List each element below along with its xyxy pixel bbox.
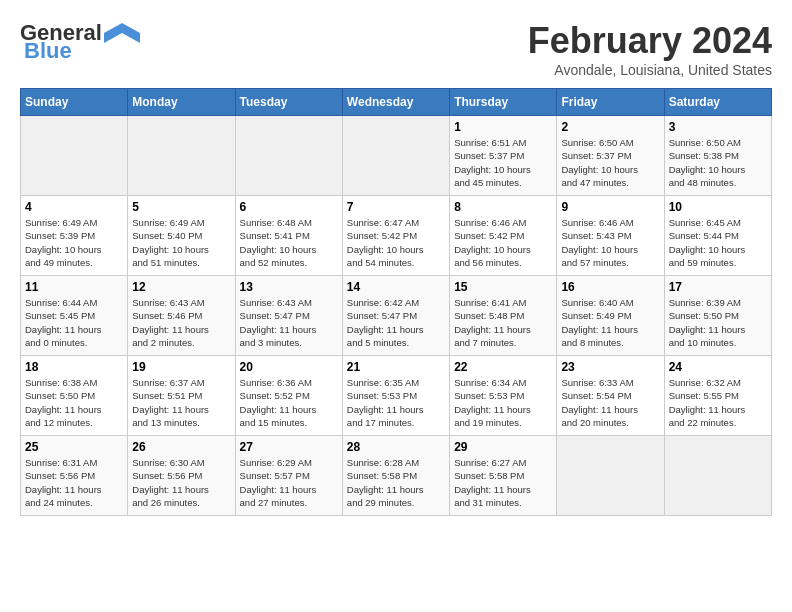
day-number: 19 bbox=[132, 360, 230, 374]
svg-marker-0 bbox=[104, 23, 140, 43]
calendar-cell-w4-d1: 19Sunrise: 6:37 AM Sunset: 5:51 PM Dayli… bbox=[128, 356, 235, 436]
col-tuesday: Tuesday bbox=[235, 89, 342, 116]
calendar-cell-w4-d5: 23Sunrise: 6:33 AM Sunset: 5:54 PM Dayli… bbox=[557, 356, 664, 436]
day-number: 20 bbox=[240, 360, 338, 374]
day-number: 25 bbox=[25, 440, 123, 454]
day-number: 18 bbox=[25, 360, 123, 374]
logo: General Blue bbox=[20, 20, 140, 64]
day-info: Sunrise: 6:37 AM Sunset: 5:51 PM Dayligh… bbox=[132, 376, 230, 429]
calendar-cell-w3-d2: 13Sunrise: 6:43 AM Sunset: 5:47 PM Dayli… bbox=[235, 276, 342, 356]
logo-blue: Blue bbox=[20, 38, 72, 64]
day-info: Sunrise: 6:38 AM Sunset: 5:50 PM Dayligh… bbox=[25, 376, 123, 429]
calendar-cell-w2-d3: 7Sunrise: 6:47 AM Sunset: 5:42 PM Daylig… bbox=[342, 196, 449, 276]
calendar-cell-w5-d6 bbox=[664, 436, 771, 516]
week-row-3: 11Sunrise: 6:44 AM Sunset: 5:45 PM Dayli… bbox=[21, 276, 772, 356]
day-number: 1 bbox=[454, 120, 552, 134]
day-number: 2 bbox=[561, 120, 659, 134]
week-row-4: 18Sunrise: 6:38 AM Sunset: 5:50 PM Dayli… bbox=[21, 356, 772, 436]
calendar-cell-w5-d4: 29Sunrise: 6:27 AM Sunset: 5:58 PM Dayli… bbox=[450, 436, 557, 516]
day-info: Sunrise: 6:43 AM Sunset: 5:47 PM Dayligh… bbox=[240, 296, 338, 349]
day-info: Sunrise: 6:27 AM Sunset: 5:58 PM Dayligh… bbox=[454, 456, 552, 509]
day-number: 10 bbox=[669, 200, 767, 214]
day-info: Sunrise: 6:51 AM Sunset: 5:37 PM Dayligh… bbox=[454, 136, 552, 189]
day-info: Sunrise: 6:39 AM Sunset: 5:50 PM Dayligh… bbox=[669, 296, 767, 349]
day-info: Sunrise: 6:34 AM Sunset: 5:53 PM Dayligh… bbox=[454, 376, 552, 429]
calendar-cell-w5-d3: 28Sunrise: 6:28 AM Sunset: 5:58 PM Dayli… bbox=[342, 436, 449, 516]
day-info: Sunrise: 6:50 AM Sunset: 5:38 PM Dayligh… bbox=[669, 136, 767, 189]
week-row-1: 1Sunrise: 6:51 AM Sunset: 5:37 PM Daylig… bbox=[21, 116, 772, 196]
calendar-cell-w1-d4: 1Sunrise: 6:51 AM Sunset: 5:37 PM Daylig… bbox=[450, 116, 557, 196]
calendar-cell-w2-d2: 6Sunrise: 6:48 AM Sunset: 5:41 PM Daylig… bbox=[235, 196, 342, 276]
day-number: 22 bbox=[454, 360, 552, 374]
day-number: 9 bbox=[561, 200, 659, 214]
location-subtitle: Avondale, Louisiana, United States bbox=[528, 62, 772, 78]
day-info: Sunrise: 6:47 AM Sunset: 5:42 PM Dayligh… bbox=[347, 216, 445, 269]
day-info: Sunrise: 6:35 AM Sunset: 5:53 PM Dayligh… bbox=[347, 376, 445, 429]
col-saturday: Saturday bbox=[664, 89, 771, 116]
day-number: 6 bbox=[240, 200, 338, 214]
day-number: 15 bbox=[454, 280, 552, 294]
calendar-cell-w3-d4: 15Sunrise: 6:41 AM Sunset: 5:48 PM Dayli… bbox=[450, 276, 557, 356]
calendar-cell-w3-d0: 11Sunrise: 6:44 AM Sunset: 5:45 PM Dayli… bbox=[21, 276, 128, 356]
day-info: Sunrise: 6:30 AM Sunset: 5:56 PM Dayligh… bbox=[132, 456, 230, 509]
day-number: 3 bbox=[669, 120, 767, 134]
calendar-cell-w3-d6: 17Sunrise: 6:39 AM Sunset: 5:50 PM Dayli… bbox=[664, 276, 771, 356]
day-number: 17 bbox=[669, 280, 767, 294]
day-number: 23 bbox=[561, 360, 659, 374]
col-thursday: Thursday bbox=[450, 89, 557, 116]
day-number: 27 bbox=[240, 440, 338, 454]
day-number: 4 bbox=[25, 200, 123, 214]
col-friday: Friday bbox=[557, 89, 664, 116]
day-number: 5 bbox=[132, 200, 230, 214]
day-number: 13 bbox=[240, 280, 338, 294]
calendar-cell-w5-d1: 26Sunrise: 6:30 AM Sunset: 5:56 PM Dayli… bbox=[128, 436, 235, 516]
day-number: 16 bbox=[561, 280, 659, 294]
calendar-cell-w3-d5: 16Sunrise: 6:40 AM Sunset: 5:49 PM Dayli… bbox=[557, 276, 664, 356]
day-info: Sunrise: 6:36 AM Sunset: 5:52 PM Dayligh… bbox=[240, 376, 338, 429]
calendar-cell-w1-d1 bbox=[128, 116, 235, 196]
month-year-title: February 2024 bbox=[528, 20, 772, 62]
day-number: 29 bbox=[454, 440, 552, 454]
calendar-cell-w1-d5: 2Sunrise: 6:50 AM Sunset: 5:37 PM Daylig… bbox=[557, 116, 664, 196]
calendar-cell-w4-d6: 24Sunrise: 6:32 AM Sunset: 5:55 PM Dayli… bbox=[664, 356, 771, 436]
day-info: Sunrise: 6:42 AM Sunset: 5:47 PM Dayligh… bbox=[347, 296, 445, 349]
day-info: Sunrise: 6:32 AM Sunset: 5:55 PM Dayligh… bbox=[669, 376, 767, 429]
title-section: February 2024 Avondale, Louisiana, Unite… bbox=[528, 20, 772, 78]
week-row-5: 25Sunrise: 6:31 AM Sunset: 5:56 PM Dayli… bbox=[21, 436, 772, 516]
day-info: Sunrise: 6:46 AM Sunset: 5:43 PM Dayligh… bbox=[561, 216, 659, 269]
day-info: Sunrise: 6:48 AM Sunset: 5:41 PM Dayligh… bbox=[240, 216, 338, 269]
day-info: Sunrise: 6:43 AM Sunset: 5:46 PM Dayligh… bbox=[132, 296, 230, 349]
calendar-cell-w5-d5 bbox=[557, 436, 664, 516]
calendar-header: Sunday Monday Tuesday Wednesday Thursday… bbox=[21, 89, 772, 116]
calendar-cell-w1-d2 bbox=[235, 116, 342, 196]
col-wednesday: Wednesday bbox=[342, 89, 449, 116]
calendar-cell-w2-d5: 9Sunrise: 6:46 AM Sunset: 5:43 PM Daylig… bbox=[557, 196, 664, 276]
day-info: Sunrise: 6:44 AM Sunset: 5:45 PM Dayligh… bbox=[25, 296, 123, 349]
calendar-cell-w2-d4: 8Sunrise: 6:46 AM Sunset: 5:42 PM Daylig… bbox=[450, 196, 557, 276]
calendar-body: 1Sunrise: 6:51 AM Sunset: 5:37 PM Daylig… bbox=[21, 116, 772, 516]
day-info: Sunrise: 6:41 AM Sunset: 5:48 PM Dayligh… bbox=[454, 296, 552, 349]
calendar-cell-w4-d4: 22Sunrise: 6:34 AM Sunset: 5:53 PM Dayli… bbox=[450, 356, 557, 436]
calendar-cell-w4-d0: 18Sunrise: 6:38 AM Sunset: 5:50 PM Dayli… bbox=[21, 356, 128, 436]
calendar-cell-w2-d0: 4Sunrise: 6:49 AM Sunset: 5:39 PM Daylig… bbox=[21, 196, 128, 276]
calendar-cell-w5-d2: 27Sunrise: 6:29 AM Sunset: 5:57 PM Dayli… bbox=[235, 436, 342, 516]
calendar-cell-w4-d3: 21Sunrise: 6:35 AM Sunset: 5:53 PM Dayli… bbox=[342, 356, 449, 436]
day-info: Sunrise: 6:50 AM Sunset: 5:37 PM Dayligh… bbox=[561, 136, 659, 189]
day-info: Sunrise: 6:29 AM Sunset: 5:57 PM Dayligh… bbox=[240, 456, 338, 509]
calendar-cell-w1-d6: 3Sunrise: 6:50 AM Sunset: 5:38 PM Daylig… bbox=[664, 116, 771, 196]
day-number: 12 bbox=[132, 280, 230, 294]
day-info: Sunrise: 6:28 AM Sunset: 5:58 PM Dayligh… bbox=[347, 456, 445, 509]
day-info: Sunrise: 6:49 AM Sunset: 5:39 PM Dayligh… bbox=[25, 216, 123, 269]
calendar-cell-w2-d6: 10Sunrise: 6:45 AM Sunset: 5:44 PM Dayli… bbox=[664, 196, 771, 276]
day-info: Sunrise: 6:31 AM Sunset: 5:56 PM Dayligh… bbox=[25, 456, 123, 509]
day-number: 7 bbox=[347, 200, 445, 214]
day-number: 11 bbox=[25, 280, 123, 294]
calendar-cell-w1-d3 bbox=[342, 116, 449, 196]
calendar-cell-w1-d0 bbox=[21, 116, 128, 196]
day-number: 24 bbox=[669, 360, 767, 374]
day-info: Sunrise: 6:45 AM Sunset: 5:44 PM Dayligh… bbox=[669, 216, 767, 269]
calendar-cell-w3-d3: 14Sunrise: 6:42 AM Sunset: 5:47 PM Dayli… bbox=[342, 276, 449, 356]
day-info: Sunrise: 6:46 AM Sunset: 5:42 PM Dayligh… bbox=[454, 216, 552, 269]
day-info: Sunrise: 6:33 AM Sunset: 5:54 PM Dayligh… bbox=[561, 376, 659, 429]
header-row: Sunday Monday Tuesday Wednesday Thursday… bbox=[21, 89, 772, 116]
